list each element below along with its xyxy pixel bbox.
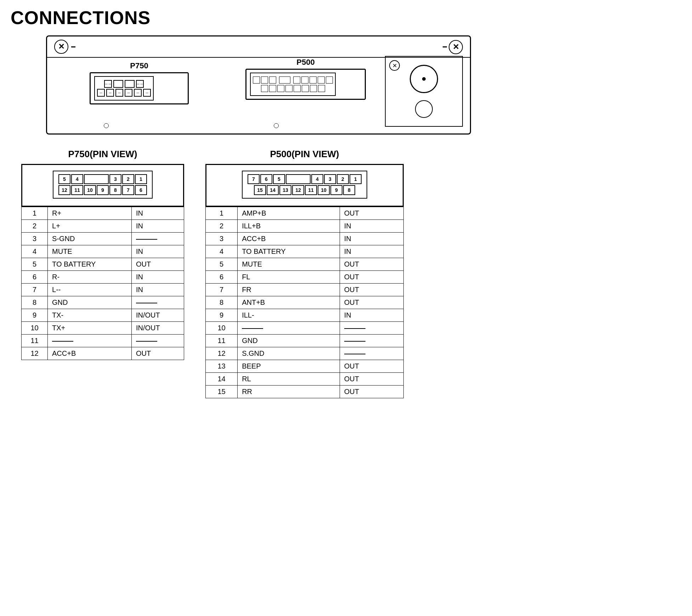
p500-pin-number: 14 — [206, 373, 238, 386]
p500-pv-pin: 12 — [292, 185, 304, 195]
device-diagram: ✕ ✕ P750 ─ ─ ─ ─ ─ ─ ─ ─ ─ ─ — [46, 35, 471, 135]
p750-pin-table-container: P750(PIN VIEW) 5 4 3 2 1 12 — [21, 149, 184, 398]
p750-pin: ─ — [97, 89, 105, 97]
knob-dot — [422, 77, 426, 81]
p750-signal-name: R+ — [48, 207, 132, 220]
right-x-symbol: ✕ — [389, 60, 400, 71]
p750-table-row: 2 L+ IN — [22, 220, 184, 233]
p500-table-row: 10 — [206, 322, 404, 335]
p750-pin: ─ ─ — [104, 80, 112, 88]
p750-table-row: 1 R+ IN — [22, 207, 184, 220]
p500-pin-number: 2 — [206, 220, 238, 233]
p750-direction: IN — [131, 271, 184, 284]
p500-signal-name: FR — [238, 284, 340, 296]
p500-signal-name: BEEP — [238, 360, 340, 373]
p500-connector-body — [245, 69, 366, 100]
p750-pin-number: 11 — [22, 335, 48, 347]
knob-large — [410, 65, 438, 93]
p500-signal-name: S.GND — [238, 347, 340, 360]
p750-pv-pin: 1 — [135, 174, 147, 184]
p750-table-row: 3 S-GND — [22, 233, 184, 245]
p750-pv-pin: 5 — [58, 174, 70, 184]
p750-pin-number: 2 — [22, 220, 48, 233]
p750-pin-number: 6 — [22, 271, 48, 284]
p500-pv-spacer — [286, 174, 311, 184]
p500-signal-name: ANT+B — [238, 296, 340, 309]
screw-hole-1 — [104, 123, 109, 128]
p500-direction: OUT — [340, 360, 403, 373]
p750-pin-number: 3 — [22, 233, 48, 245]
p500-pv-pin: 3 — [324, 174, 336, 184]
p500-pin-number: 3 — [206, 233, 238, 245]
p500-pin-number: 9 — [206, 309, 238, 322]
p500-direction: OUT — [340, 271, 403, 284]
p500-pv-pin: 14 — [267, 185, 279, 195]
p750-pin-view-title: P750(PIN VIEW) — [21, 149, 184, 160]
p750-signal-name: L+ — [48, 220, 132, 233]
p750-signal-name: MUTE — [48, 245, 132, 258]
p500-direction — [340, 347, 403, 360]
p500-pv-pin: 4 — [311, 174, 323, 184]
p500-pv-pin: 2 — [337, 174, 349, 184]
p750-data-table: 1 R+ IN 2 L+ IN 3 S-GND 4 MUTE IN 5 TO B… — [21, 207, 184, 360]
p750-direction: IN/OUT — [131, 322, 184, 335]
p500-table-row: 14 RL OUT — [206, 373, 404, 386]
p500-table-row: 6 FL OUT — [206, 271, 404, 284]
p500-direction: OUT — [340, 296, 403, 309]
p500-signal-name: RR — [238, 386, 340, 398]
p500-pin-number: 15 — [206, 386, 238, 398]
p500-signal-name: RL — [238, 373, 340, 386]
p500-signal-name: AMP+B — [238, 207, 340, 220]
p750-connector-body: ─ ─ ─ ─ ─ ─ ─ ─ ─ ─ — [90, 72, 189, 104]
p750-signal-name: TX+ — [48, 322, 132, 335]
line-left — [71, 46, 75, 47]
p500-row1 — [253, 76, 333, 84]
p750-pv-pin: 2 — [122, 174, 134, 184]
p500-direction — [340, 322, 403, 335]
p750-pin: ─ — [125, 89, 132, 97]
p500-table-row: 12 S.GND — [206, 347, 404, 360]
p750-pv-spacer — [84, 174, 109, 184]
p500-pin-number: 13 — [206, 360, 238, 373]
p500-row2 — [253, 85, 333, 92]
p750-pin-number: 4 — [22, 245, 48, 258]
p750-pv-pin: 8 — [109, 185, 121, 195]
p500-data-table: 1 AMP+B OUT 2 ILL+B IN 3 ACC+B IN 4 TO B… — [205, 207, 404, 398]
p500-signal-name: FL — [238, 271, 340, 284]
p750-table-row: 4 MUTE IN — [22, 245, 184, 258]
p750-table-row: 10 TX+ IN/OUT — [22, 322, 184, 335]
p750-signal-name — [48, 335, 132, 347]
p750-pin-number: 1 — [22, 207, 48, 220]
p750-table-row: 7 L-- IN — [22, 284, 184, 296]
p500-direction: IN — [340, 309, 403, 322]
p500-pin-number: 10 — [206, 322, 238, 335]
p750-table-row: 5 TO BATTERY OUT — [22, 258, 184, 271]
p500-signal-name: GND — [238, 335, 340, 347]
p500-pv-pin: 5 — [273, 174, 285, 184]
p750-pv-pin: 3 — [109, 174, 121, 184]
p500-table-row: 1 AMP+B OUT — [206, 207, 404, 220]
p500-table-row: 9 ILL- IN — [206, 309, 404, 322]
p750-pin-number: 9 — [22, 309, 48, 322]
p750-table-row: 9 TX- IN/OUT — [22, 309, 184, 322]
p500-signal-name: MUTE — [238, 258, 340, 271]
p500-table-row: 8 ANT+B OUT — [206, 296, 404, 309]
p750-pin-number: 7 — [22, 284, 48, 296]
p750-pin-number: 5 — [22, 258, 48, 271]
p500-pin-number: 6 — [206, 271, 238, 284]
p750-table-row: 6 R- IN — [22, 271, 184, 284]
p750-pv-pin: 12 — [58, 185, 70, 195]
p500-pv-pin: 6 — [260, 174, 272, 184]
device-right-section: ✕ — [385, 56, 463, 127]
p750-direction — [131, 335, 184, 347]
p750-pin: ─ ─ — [136, 80, 144, 88]
p500-direction — [340, 335, 403, 347]
p500-table-row: 4 TO BATTERY IN — [206, 245, 404, 258]
p500-pin-diagram: 7 6 5 4 3 2 1 15 14 13 12 — [205, 164, 404, 207]
p500-pv-pin: 7 — [248, 174, 260, 184]
p750-row2: ─ ─ ─ ─ ─ ─ — [97, 89, 151, 97]
p500-pv-pin: 9 — [330, 185, 342, 195]
p500-pin-number: 8 — [206, 296, 238, 309]
p500-signal-name: ACC+B — [238, 233, 340, 245]
p750-direction: IN — [131, 245, 184, 258]
